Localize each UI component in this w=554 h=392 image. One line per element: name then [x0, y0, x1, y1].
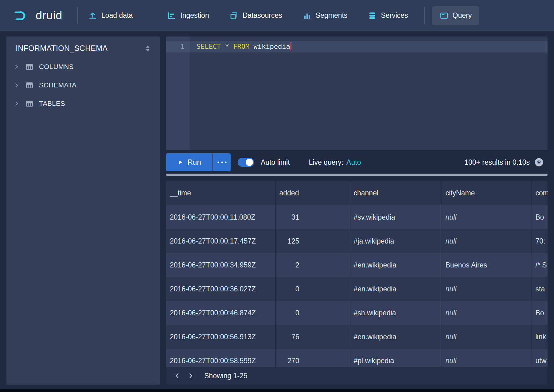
- schema-header: INFORMATION_SCHEMA: [6, 37, 160, 58]
- chevron-left-icon: [174, 372, 181, 379]
- cell-comment[interactable]: link: [532, 325, 548, 349]
- column-header-channel[interactable]: channel: [350, 181, 442, 205]
- cell-comment[interactable]: sta: [532, 277, 548, 301]
- tree-item-label: TABLES: [39, 100, 65, 108]
- table-row: 2016-06-27T00:00:11.080Z31#sv.wikipedian…: [166, 205, 548, 229]
- run-more-button[interactable]: [213, 153, 231, 171]
- cell-cityName[interactable]: null: [442, 325, 532, 349]
- results-summary: 100+ results in 0.10s: [464, 158, 530, 167]
- live-query-value[interactable]: Auto: [346, 158, 361, 167]
- schema-sidebar: INFORMATION_SCHEMA: [6, 37, 160, 385]
- tree-item-schemata[interactable]: SCHEMATA: [6, 76, 160, 94]
- chevron-right-icon: [14, 64, 19, 70]
- results-panel: __time added channel cityName comment 20…: [166, 181, 548, 385]
- cell-channel[interactable]: #en.wikipedia: [350, 325, 442, 349]
- results-table-body: 2016-06-27T00:00:11.080Z31#sv.wikipedian…: [166, 205, 548, 373]
- nav-item-load-data[interactable]: Load data: [88, 11, 133, 20]
- pagination-label: Showing 1-25: [204, 372, 248, 380]
- navbar: druid Load data Ingestion: [0, 0, 554, 31]
- cell-__time[interactable]: 2016-06-27T00:00:56.913Z: [166, 325, 275, 349]
- upload-icon: [88, 11, 97, 20]
- text-cursor: [291, 42, 291, 50]
- cell-cityName[interactable]: null: [442, 301, 532, 325]
- cell-added[interactable]: 2: [275, 253, 350, 277]
- run-button[interactable]: Run: [166, 153, 213, 171]
- cell-__time[interactable]: 2016-06-27T00:00:34.959Z: [166, 253, 275, 277]
- services-icon: [368, 11, 377, 20]
- cell-added[interactable]: 125: [275, 229, 350, 253]
- results-table: __time added channel cityName comment 20…: [166, 181, 548, 373]
- column-header-comment[interactable]: comment: [532, 181, 548, 205]
- datasources-icon: [229, 11, 239, 20]
- cell-channel[interactable]: #en.wikipedia: [350, 253, 442, 277]
- cell-comment[interactable]: 70:: [532, 229, 548, 253]
- cell-added[interactable]: 0: [275, 277, 350, 301]
- cell-cityName[interactable]: null: [442, 205, 532, 229]
- window-edge: [0, 389, 554, 392]
- run-button-label: Run: [187, 158, 201, 167]
- cell-channel[interactable]: #en.wikipedia: [350, 277, 442, 301]
- nav-label: Load data: [101, 11, 133, 20]
- more-icon: [217, 161, 227, 164]
- auto-limit-label: Auto limit: [261, 158, 290, 167]
- cell-channel[interactable]: #ja.wikipedia: [350, 229, 442, 253]
- table-icon: [25, 100, 33, 108]
- query-controls: Run Auto limit Live query: Auto 100+ res…: [166, 153, 548, 171]
- cell-added[interactable]: 0: [275, 301, 350, 325]
- cell-cityName[interactable]: Buenos Aires: [442, 253, 532, 277]
- next-page-button[interactable]: [184, 369, 197, 382]
- brand[interactable]: druid: [12, 8, 62, 23]
- segments-icon: [302, 11, 312, 20]
- chevron-right-icon: [187, 372, 194, 379]
- cell-channel[interactable]: #sv.wikipedia: [350, 205, 442, 229]
- download-icon[interactable]: [534, 157, 544, 167]
- tree-item-columns[interactable]: COLUMNS: [6, 58, 160, 76]
- nav-item-ingestion[interactable]: Ingestion: [167, 11, 209, 20]
- druid-console: druid Load data Ingestion: [0, 0, 554, 392]
- sql-plain: *: [221, 43, 233, 50]
- sql-keyword: FROM: [233, 43, 249, 50]
- nav-item-segments[interactable]: Segments: [302, 11, 348, 20]
- table-icon: [25, 81, 33, 89]
- nav-item-datasources[interactable]: Datasources: [229, 11, 282, 20]
- column-header-added[interactable]: added: [275, 181, 350, 205]
- query-icon: [439, 11, 449, 20]
- toggle-knob: [246, 159, 253, 166]
- cell-cityName[interactable]: null: [442, 229, 532, 253]
- cell-__time[interactable]: 2016-06-27T00:00:17.457Z: [166, 229, 275, 253]
- cell-comment[interactable]: Bo: [532, 301, 548, 325]
- ingestion-icon: [167, 11, 176, 20]
- cell-cityName[interactable]: null: [442, 277, 532, 301]
- brand-name: druid: [36, 9, 62, 22]
- cell-added[interactable]: 31: [275, 205, 350, 229]
- column-header-cityname[interactable]: cityName: [442, 181, 532, 205]
- schema-title: INFORMATION_SCHEMA: [16, 44, 107, 53]
- table-header-row: __time added channel cityName comment: [166, 181, 548, 205]
- cell-__time[interactable]: 2016-06-27T00:00:11.080Z: [166, 205, 275, 229]
- nav-item-services[interactable]: Services: [368, 11, 408, 20]
- nav-item-query[interactable]: Query: [432, 6, 479, 25]
- cell-channel[interactable]: #sh.wikipedia: [350, 301, 442, 325]
- auto-limit-toggle[interactable]: [238, 158, 254, 167]
- line-number: 1: [166, 41, 190, 52]
- prev-page-button[interactable]: [170, 369, 184, 382]
- table-row: 2016-06-27T00:00:46.874Z0#sh.wikipedianu…: [166, 301, 548, 325]
- table-row: 2016-06-27T00:00:17.457Z125#ja.wikipedia…: [166, 229, 548, 253]
- schema-tree: COLUMNS SCHEMATA: [6, 58, 160, 113]
- tree-item-label: COLUMNS: [39, 63, 74, 71]
- cell-added[interactable]: 76: [275, 325, 350, 349]
- editor-gutter: [166, 37, 190, 150]
- cell-__time[interactable]: 2016-06-27T00:00:36.027Z: [166, 277, 275, 301]
- cell-__time[interactable]: 2016-06-27T00:00:46.874Z: [166, 301, 275, 325]
- double-caret-vertical-icon[interactable]: [144, 44, 151, 53]
- table-row: 2016-06-27T00:00:34.959Z2#en.wikipediaBu…: [166, 253, 548, 277]
- column-header-time[interactable]: __time: [166, 181, 275, 205]
- cell-comment[interactable]: Bo: [532, 205, 548, 229]
- sql-editor[interactable]: 1 SELECT * FROM wikipedia: [166, 37, 548, 150]
- cell-comment[interactable]: /* S: [532, 253, 548, 277]
- navbar-divider: [77, 7, 78, 24]
- chevron-right-icon: [14, 83, 19, 88]
- sql-plain: wikipedia: [249, 43, 290, 50]
- horizontal-scrollbar[interactable]: [166, 174, 548, 176]
- tree-item-tables[interactable]: TABLES: [6, 94, 160, 113]
